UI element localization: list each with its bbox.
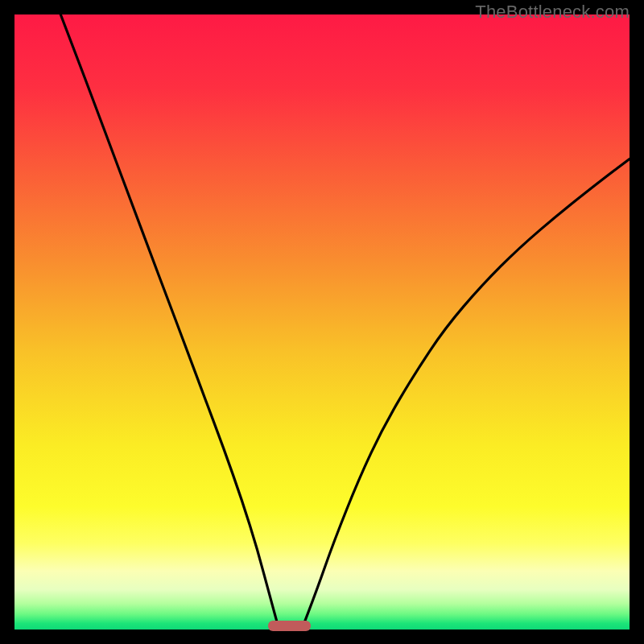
optimal-marker [268,621,311,631]
svg-rect-0 [14,14,630,630]
plot-frame [14,14,630,630]
background-gradient [14,14,630,630]
watermark-text: TheBottleneck.com [475,2,630,23]
